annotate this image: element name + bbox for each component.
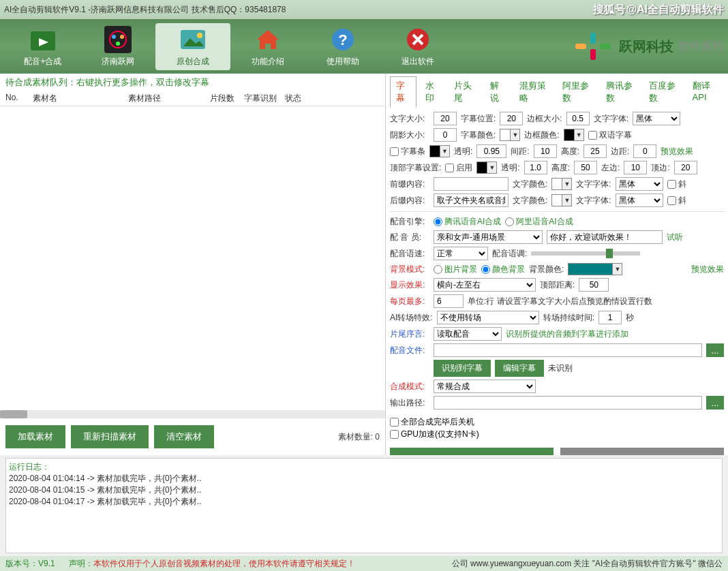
tab-baidu[interactable]: 百度参数 [643, 76, 683, 108]
tab-subtitle[interactable]: 字幕 [390, 76, 416, 108]
svg-rect-16 [575, 44, 586, 49]
tab-narration[interactable]: 解说 [484, 76, 511, 108]
brand-logo-icon [573, 31, 613, 61]
height-input[interactable] [583, 144, 607, 158]
gap-input[interactable] [534, 144, 557, 158]
subtitle-pos-input[interactable] [500, 112, 523, 125]
top-left-input[interactable] [624, 161, 647, 174]
voice-select[interactable]: 亲和女声-通用场景 [434, 230, 543, 244]
audio-browse-button[interactable]: ... [706, 343, 724, 357]
font-select[interactable]: 黑体 [633, 112, 680, 125]
output-browse-button[interactable]: ... [706, 396, 724, 410]
rescan-material-button[interactable]: 重新扫描素材 [71, 425, 149, 448]
toolbar-original-synth[interactable]: 原创合成 [155, 23, 230, 70]
queue-header: No. 素材名 素材路径 片段数 字幕识别 状态 [0, 91, 385, 106]
exit-icon [404, 26, 431, 53]
clear-material-button[interactable]: 清空素材 [154, 425, 214, 448]
suffix-italic-check[interactable]: 斜 [667, 195, 686, 206]
suffix-font-select[interactable]: 黑体 [616, 194, 663, 207]
toolbar-features[interactable]: 功能介绍 [230, 26, 305, 67]
tab-headtail[interactable]: 片头尾 [448, 76, 481, 108]
border-color-picker[interactable]: ▼ [564, 129, 584, 141]
top-height-input[interactable] [574, 161, 597, 174]
load-material-button[interactable]: 加载素材 [5, 425, 65, 448]
stop-synth-button[interactable]: 停止合成 [560, 448, 724, 455]
alpha-input[interactable] [476, 144, 506, 158]
tab-mixcut[interactable]: 混剪策略 [513, 76, 553, 108]
tab-watermark[interactable]: 水印 [419, 76, 446, 108]
border-size-input[interactable] [566, 112, 590, 125]
prefix-font-select[interactable]: 黑体 [616, 177, 663, 191]
speed-select[interactable]: 正常 [434, 247, 488, 260]
subtitle-bar-check[interactable]: 字幕条 [390, 146, 425, 157]
pitch-slider[interactable] [531, 251, 640, 256]
svg-point-8 [197, 33, 202, 38]
tab-translate[interactable]: 翻译API [686, 76, 724, 108]
top-alpha-input[interactable] [524, 161, 547, 174]
recognize-button[interactable]: 识别到字幕 [434, 360, 491, 377]
bg-preview-link[interactable]: 预览效果 [691, 264, 724, 275]
material-panel: 待合成素材队列：右键执行更多操作，双击修改字幕 No. 素材名 素材路径 片段数… [0, 74, 386, 455]
titlebar-brand: 搜狐号@AI全自动剪辑软件 [593, 3, 724, 17]
svg-point-4 [112, 35, 116, 39]
preview-link[interactable]: 预览效果 [661, 146, 693, 157]
log-line: 2020-08-04 01:04:15 -> 素材加载完毕，共{0}个素材.. [9, 484, 719, 496]
prefix-italic-check[interactable]: 斜 [667, 179, 686, 190]
svg-rect-2 [104, 26, 132, 53]
svg-marker-10 [257, 30, 279, 49]
queue-hint: 待合成素材队列：右键执行更多操作，双击修改字幕 [0, 74, 385, 91]
shadow-input[interactable] [434, 128, 457, 142]
suffix-input[interactable] [434, 194, 509, 207]
top-color-picker[interactable]: ▼ [476, 161, 497, 174]
queue-scrollbar[interactable] [0, 410, 385, 418]
titlebar: AI全自动剪辑软件V9.1 -济南跃网信息科技有限公司 技术售后QQ：93548… [0, 0, 728, 19]
bg-image-radio[interactable]: 图片背景 [434, 264, 477, 275]
toolbar-help[interactable]: ? 使用帮助 [305, 26, 380, 67]
seq-select[interactable]: 读取配音 [434, 327, 502, 341]
shutdown-check[interactable]: 全部合成完毕后关机 [390, 416, 474, 428]
subtitle-color-picker[interactable]: ▼ [500, 129, 520, 141]
trans-dur-input[interactable] [598, 311, 622, 324]
voice-sample-input[interactable] [547, 230, 663, 244]
svg-rect-15 [590, 49, 596, 60]
palette-icon [104, 26, 132, 53]
transition-select[interactable]: 不使用转场 [437, 311, 539, 324]
margin-input[interactable] [633, 144, 656, 158]
company-info: 公司 www.yuewangxueyuan.com 关注 "AI全自动剪辑软件官… [452, 558, 723, 570]
output-path-input[interactable] [434, 396, 702, 410]
home-icon [254, 26, 282, 53]
bg-top-input[interactable] [579, 278, 609, 292]
bg-color-picker[interactable]: ▼ [568, 263, 622, 275]
tab-tencent[interactable]: 腾讯参数 [600, 76, 640, 108]
svg-rect-14 [590, 33, 596, 44]
image-icon [179, 26, 207, 53]
svg-text:?: ? [338, 31, 347, 48]
engine-tencent-radio[interactable]: 腾讯语音AI合成 [434, 216, 501, 228]
prefix-color-picker[interactable]: ▼ [551, 178, 572, 190]
bg-color-radio[interactable]: 颜色背景 [481, 264, 525, 275]
effect-select[interactable]: 横向-左至右 [434, 278, 536, 292]
audio-path-input[interactable] [434, 343, 702, 357]
engine-ali-radio[interactable]: 阿里语音AI合成 [505, 216, 573, 228]
toolbar-exit[interactable]: 退出软件 [380, 26, 455, 67]
synth-mode-select[interactable]: 常规合成 [434, 380, 536, 393]
log-line: 2020-08-04 01:04:17 -> 素材加载完毕，共{0}个素材.. [9, 496, 719, 508]
gpu-check[interactable]: GPU加速(仅支持N卡) [390, 429, 479, 440]
top-top-input[interactable] [674, 161, 697, 174]
toolbar-jinan[interactable]: 济南跃网 [80, 26, 155, 67]
max-lines-input[interactable] [434, 294, 464, 308]
bilingual-check[interactable]: 双语字幕 [588, 129, 632, 141]
declaration: 声明：本软件仅用于个人原创音视频素材的处理，使用本软件请遵守相关规定！ [69, 558, 355, 570]
start-synth-button[interactable]: 开始合成 [390, 448, 553, 455]
queue-list[interactable] [0, 106, 385, 410]
prefix-input[interactable] [434, 177, 509, 191]
tab-ali[interactable]: 阿里参数 [556, 76, 596, 108]
voice-test-link[interactable]: 试听 [667, 232, 683, 243]
top-enable-check[interactable]: 启用 [445, 162, 472, 174]
svg-point-6 [116, 42, 120, 46]
edit-subtitle-button[interactable]: 编辑字幕 [495, 360, 544, 377]
font-size-input[interactable] [434, 112, 457, 125]
suffix-color-picker[interactable]: ▼ [551, 194, 572, 206]
toolbar-voice-synth[interactable]: 配音+合成 [5, 26, 80, 67]
bar-color-picker[interactable]: ▼ [429, 145, 450, 157]
